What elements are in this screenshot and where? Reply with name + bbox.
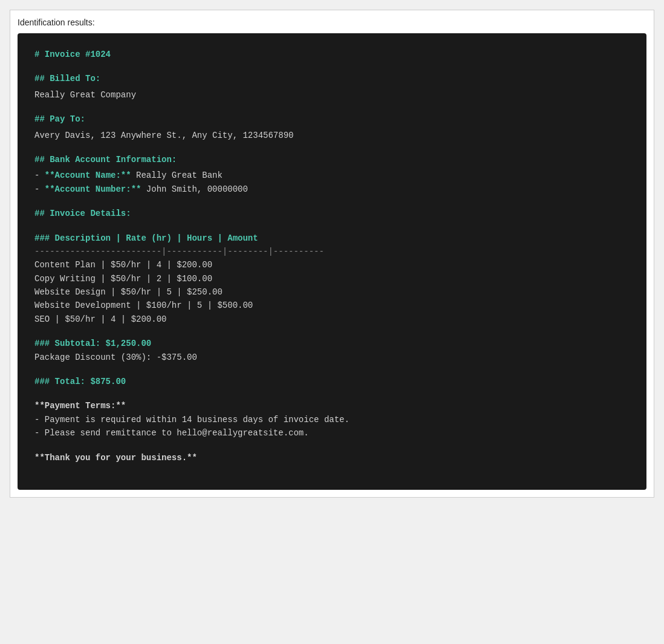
invoice-details-heading: ## Invoice Details: xyxy=(34,207,630,220)
payment-terms-heading: **Payment Terms:** xyxy=(34,399,630,412)
pay-to-value: Avery Davis, 123 Anywhere St., Any City,… xyxy=(34,129,630,142)
invoice-title: # Invoice #1024 xyxy=(34,48,630,61)
identification-label: Identification results: xyxy=(18,18,646,27)
payment-terms-prefix: **Payment Terms:** xyxy=(34,401,126,411)
billed-to-label: ## Billed To: xyxy=(34,74,100,83)
table-separator: -------------------------|-----------|--… xyxy=(34,245,630,258)
bank-account-name-value: Really Great Bank xyxy=(131,171,223,180)
bank-account-name-dash: - xyxy=(34,171,45,180)
payment-term-2: - Please send remittance to hello@really… xyxy=(34,426,630,440)
bank-account-name-key: **Account Name:** xyxy=(45,171,131,180)
bank-account-number-key: **Account Number:** xyxy=(45,184,142,194)
payment-terms-section: **Payment Terms:** - Payment is required… xyxy=(34,399,630,440)
bank-account-number-value: John Smith, 00000000 xyxy=(141,184,247,194)
table-row: SEO | $50/hr | 4 | $200.00 xyxy=(34,313,630,326)
subtotal-label: ### Subtotal: $1,250.00 xyxy=(34,337,630,350)
invoice-details-section: ## Invoice Details: xyxy=(34,207,630,220)
bank-section: ## Bank Account Information: - **Account… xyxy=(34,153,630,196)
payment-term-1: - Payment is required within 14 business… xyxy=(34,413,630,426)
table-header: ### Description | Rate (hr) | Hours | Am… xyxy=(34,232,630,245)
total-label: ### Total: $875.00 xyxy=(34,375,630,388)
bank-account-number-row: - **Account Number:** John Smith, 000000… xyxy=(34,183,630,196)
invoice-title-section: # Invoice #1024 xyxy=(34,48,630,61)
bank-account-number-dash: - xyxy=(34,184,45,194)
invoice-table: ### Description | Rate (hr) | Hours | Am… xyxy=(34,232,630,327)
pay-to-section: ## Pay To: Avery Davis, 123 Anywhere St.… xyxy=(34,112,630,142)
thank-you-section: **Thank you for your business.** xyxy=(34,451,630,464)
table-row: Website Development | $100/hr | 5 | $500… xyxy=(34,299,630,312)
total-section: ### Total: $875.00 xyxy=(34,375,630,388)
bank-label: ## Bank Account Information: xyxy=(34,155,177,164)
billed-to-heading: ## Billed To: xyxy=(34,72,630,85)
billed-to-section: ## Billed To: Really Great Company xyxy=(34,72,630,102)
table-row: Website Design | $50/hr | 5 | $250.00 xyxy=(34,285,630,299)
discount-label: Package Discount (30%): -$375.00 xyxy=(34,351,630,364)
subtotal-section: ### Subtotal: $1,250.00 Package Discount… xyxy=(34,337,630,364)
pay-to-label: ## Pay To: xyxy=(34,114,85,124)
page-container: Identification results: # Invoice #1024 … xyxy=(10,10,654,498)
thank-you-text: **Thank you for your business.** xyxy=(34,451,630,464)
invoice-box: # Invoice #1024 ## Billed To: Really Gre… xyxy=(18,33,646,490)
table-row: Copy Writing | $50/hr | 2 | $100.00 xyxy=(34,272,630,285)
bank-heading: ## Bank Account Information: xyxy=(34,153,630,166)
pay-to-heading: ## Pay To: xyxy=(34,112,630,126)
table-row: Content Plan | $50/hr | 4 | $200.00 xyxy=(34,258,630,272)
invoice-details-label: ## Invoice Details: xyxy=(34,209,131,218)
billed-to-value: Really Great Company xyxy=(34,88,630,102)
bank-account-name-row: - **Account Name:** Really Great Bank xyxy=(34,169,630,182)
